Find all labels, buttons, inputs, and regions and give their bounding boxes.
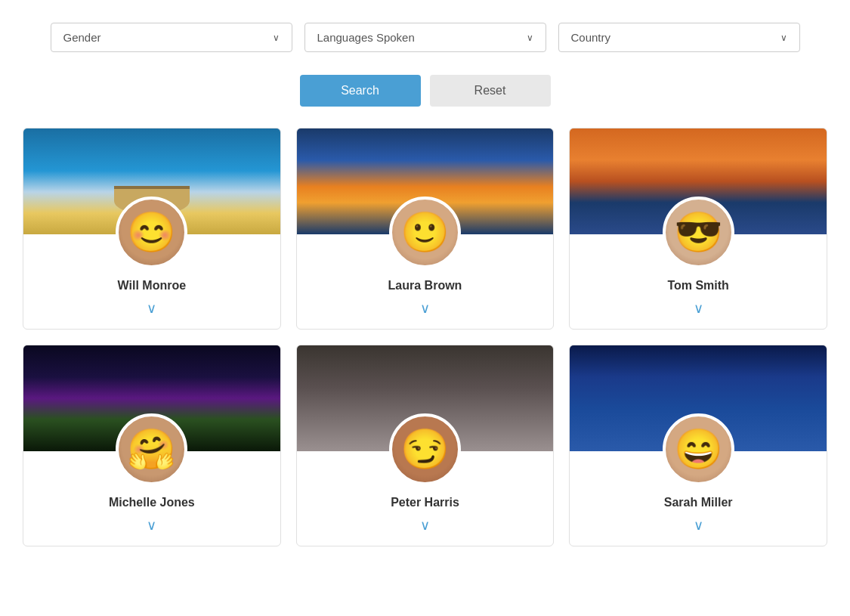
languages-chevron-icon: ∨ <box>527 33 533 43</box>
country-filter[interactable]: Country ∨ <box>558 23 800 52</box>
avatar-wrap <box>389 197 461 268</box>
action-bar: Search Reset <box>15 75 835 107</box>
user-card: Laura Brown ∨ <box>296 128 555 330</box>
expand-button[interactable]: ∨ <box>420 300 430 317</box>
user-name: Peter Harris <box>391 496 459 509</box>
gender-filter-label: Gender <box>63 31 101 44</box>
search-button[interactable]: Search <box>300 75 421 107</box>
expand-button[interactable]: ∨ <box>420 517 430 534</box>
filter-bar: Gender ∨ Languages Spoken ∨ Country ∨ <box>15 15 835 60</box>
expand-button[interactable]: ∨ <box>694 300 703 317</box>
user-name: Sarah Miller <box>664 496 733 509</box>
user-card: Tom Smith ∨ <box>569 128 827 330</box>
avatar-wrap <box>116 413 187 485</box>
expand-button[interactable]: ∨ <box>147 517 156 534</box>
user-card-grid: Will Monroe ∨ Laura Brown ∨ Tom Smith ∨ … <box>15 128 835 546</box>
languages-filter[interactable]: Languages Spoken ∨ <box>304 23 546 52</box>
avatar <box>663 413 734 485</box>
avatar-wrap <box>116 197 187 268</box>
user-name: Will Monroe <box>118 279 187 293</box>
user-card: Sarah Miller ∨ <box>569 345 827 546</box>
user-name: Michelle Jones <box>109 496 195 509</box>
reset-button[interactable]: Reset <box>430 75 551 107</box>
avatar <box>663 197 734 268</box>
user-name: Laura Brown <box>388 279 462 293</box>
avatar-wrap <box>663 413 734 485</box>
user-card: Peter Harris ∨ <box>296 345 555 546</box>
expand-button[interactable]: ∨ <box>694 517 703 534</box>
expand-button[interactable]: ∨ <box>147 300 156 317</box>
avatar <box>389 413 461 485</box>
avatar-wrap <box>389 413 461 485</box>
avatar <box>389 197 461 268</box>
user-name: Tom Smith <box>667 279 728 293</box>
languages-filter-label: Languages Spoken <box>317 31 415 44</box>
country-filter-label: Country <box>571 31 611 44</box>
avatar <box>116 413 187 485</box>
avatar <box>116 197 187 268</box>
country-chevron-icon: ∨ <box>780 33 787 43</box>
gender-chevron-icon: ∨ <box>273 33 280 43</box>
user-card: Will Monroe ∨ <box>23 128 281 330</box>
user-card: Michelle Jones ∨ <box>23 345 281 546</box>
avatar-wrap <box>663 197 734 268</box>
gender-filter[interactable]: Gender ∨ <box>51 23 292 52</box>
